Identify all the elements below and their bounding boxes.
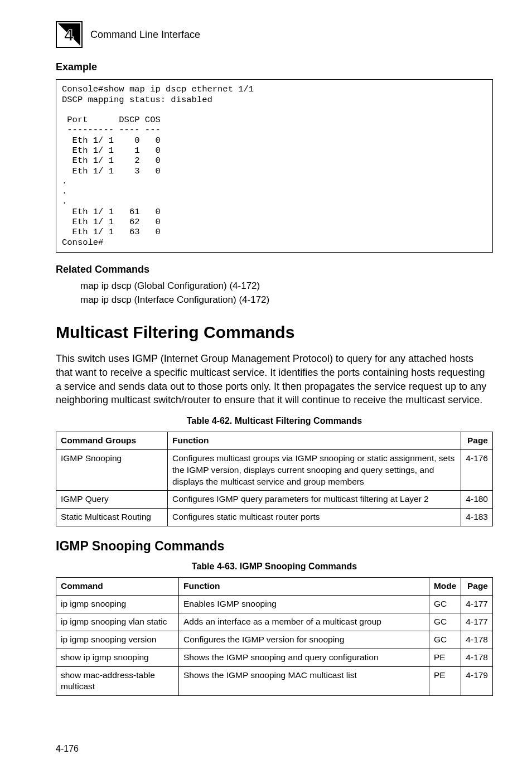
table-row: ip igmp snooping Enables IGMP snooping G… (56, 595, 493, 613)
cell: ip igmp snooping vlan static (56, 613, 179, 631)
cell: 4-176 (461, 449, 493, 491)
table-header-row: Command Groups Function Page (56, 432, 493, 449)
cell: Configures static multicast router ports (168, 509, 461, 526)
table-63-caption: Table 4-63. IGMP Snooping Commands (56, 560, 493, 573)
cell: GC (429, 613, 461, 631)
chapter-number-icon: 4 4 4 (56, 21, 83, 48)
th-command: Command (56, 577, 179, 595)
cell: GC (429, 631, 461, 649)
cell: show mac-address-table multicast (56, 666, 179, 696)
table-row: Static Multicast Routing Configures stat… (56, 509, 493, 526)
th-command-groups: Command Groups (56, 432, 168, 449)
table-row: IGMP Snooping Configures multicast group… (56, 449, 493, 491)
chapter-header: 4 4 4 Command Line Interface (56, 21, 493, 48)
subsection-title: IGMP Snooping Commands (56, 538, 493, 555)
cell: Configures IGMP query parameters for mul… (168, 491, 461, 509)
table-62: Command Groups Function Page IGMP Snoopi… (56, 432, 493, 527)
example-code-block: Console#show map ip dscp ethernet 1/1 DS… (56, 79, 493, 253)
table-63: Command Function Mode Page ip igmp snoop… (56, 577, 493, 696)
table-row: ip igmp snooping version Configures the … (56, 631, 493, 649)
cell: IGMP Snooping (56, 449, 168, 491)
table-62-caption: Table 4-62. Multicast Filtering Commands (56, 415, 493, 427)
related-commands: map ip dscp (Global Configuration) (4-17… (80, 279, 493, 307)
cell: Shows the IGMP snooping and query config… (179, 649, 429, 666)
cell: show ip igmp snooping (56, 649, 179, 666)
cell: 4-183 (461, 509, 493, 526)
cell: 4-177 (461, 613, 493, 631)
table-row: show ip igmp snooping Shows the IGMP sno… (56, 649, 493, 666)
table-row: IGMP Query Configures IGMP query paramet… (56, 491, 493, 509)
cell: ip igmp snooping (56, 595, 179, 613)
th-function: Function (168, 432, 461, 449)
cell: Shows the IGMP snooping MAC multicast li… (179, 666, 429, 696)
cell: PE (429, 649, 461, 666)
table-row: show mac-address-table multicast Shows t… (56, 666, 493, 696)
cell: 4-177 (461, 595, 493, 613)
chapter-label: Command Line Interface (90, 28, 200, 41)
cell: 4-178 (461, 649, 493, 666)
section-title: Multicast Filtering Commands (56, 321, 493, 344)
cell: IGMP Query (56, 491, 168, 509)
cell: Static Multicast Routing (56, 509, 168, 526)
cell: Configures multicast groups via IGMP sno… (168, 449, 461, 491)
cell: 4-180 (461, 491, 493, 509)
table-header-row: Command Function Mode Page (56, 577, 493, 595)
cell: 4-179 (461, 666, 493, 696)
th-page: Page (461, 577, 493, 595)
cell: 4-178 (461, 631, 493, 649)
cell: PE (429, 666, 461, 696)
page-number: 4-176 (56, 743, 79, 755)
related-line: map ip dscp (Global Configuration) (4-17… (80, 279, 493, 293)
table-row: ip igmp snooping vlan static Adds an int… (56, 613, 493, 631)
related-line: map ip dscp (Interface Configuration) (4… (80, 293, 493, 307)
section-body: This switch uses IGMP (Internet Group Ma… (56, 352, 493, 407)
example-heading: Example (56, 60, 493, 74)
th-mode: Mode (429, 577, 461, 595)
th-function: Function (179, 577, 429, 595)
related-heading: Related Commands (56, 263, 493, 276)
cell: Enables IGMP snooping (179, 595, 429, 613)
cell: Adds an interface as a member of a multi… (179, 613, 429, 631)
cell: GC (429, 595, 461, 613)
cell: Configures the IGMP version for snooping (179, 631, 429, 649)
cell: ip igmp snooping version (56, 631, 179, 649)
th-page: Page (461, 432, 493, 449)
svg-text:4: 4 (64, 26, 74, 44)
